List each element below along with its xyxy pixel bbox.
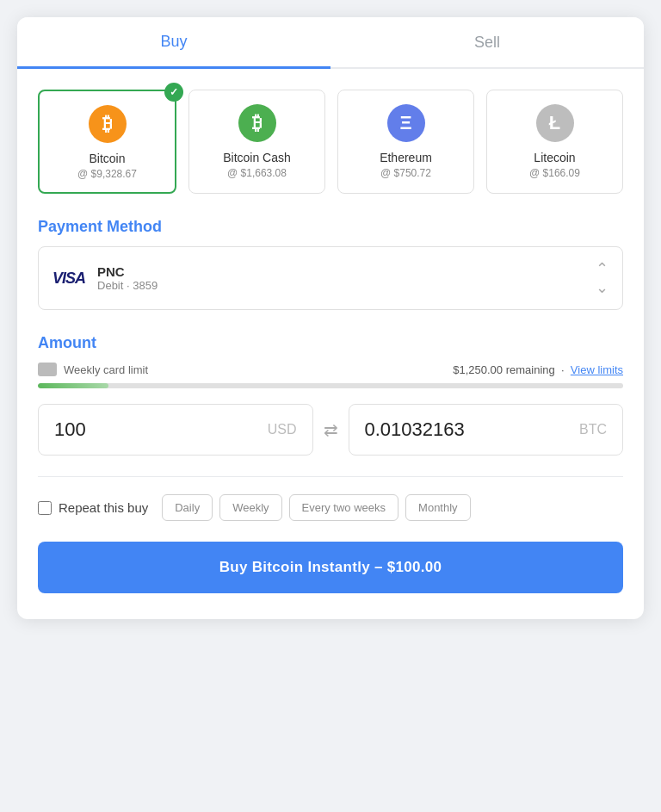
repeat-biweekly-btn[interactable]: Every two weeks (289, 494, 399, 521)
repeat-check-label[interactable]: Repeat this buy (38, 500, 148, 515)
payment-method-title: Payment Method (38, 218, 623, 236)
main-card: Buy Sell ✓ ₿ Bitcoin @ $9,328.67 ₿ Bitco… (17, 17, 644, 619)
ltc-price: @ $166.09 (496, 167, 614, 179)
crypto-selector: ✓ ₿ Bitcoin @ $9,328.67 ₿ Bitcoin Cash @… (38, 90, 623, 194)
btc-price: @ $9,328.67 (48, 168, 166, 180)
buy-button[interactable]: Buy Bitcoin Instantly – $100.00 (38, 542, 623, 593)
repeat-daily-btn[interactable]: Daily (162, 494, 213, 521)
view-limits-link[interactable]: View limits (571, 363, 623, 376)
content-area: ✓ ₿ Bitcoin @ $9,328.67 ₿ Bitcoin Cash @… (17, 69, 644, 619)
divider (38, 476, 623, 477)
card-detail: Debit · 3859 (97, 279, 158, 292)
tab-sell[interactable]: Sell (330, 17, 644, 67)
btc-amount-box[interactable]: 0.01032163 BTC (349, 404, 624, 456)
payment-method-selector[interactable]: VISA PNC Debit · 3859 ⌃⌄ (38, 246, 623, 310)
amount-title: Amount (38, 334, 623, 352)
limit-row: Weekly card limit $1,250.00 remaining · … (38, 363, 623, 376)
card-limit-icon (38, 363, 57, 376)
ltc-name: Litecoin (496, 151, 614, 164)
crypto-card-ltc[interactable]: Ł Litecoin @ $166.09 (486, 90, 623, 194)
repeat-weekly-btn[interactable]: Weekly (219, 494, 281, 521)
eth-icon: Ξ (387, 104, 425, 142)
usd-amount-box[interactable]: 100 USD (38, 404, 313, 456)
remaining-text: $1,250.00 remaining (453, 363, 555, 376)
btc-icon: ₿ (89, 105, 127, 143)
tab-buy[interactable]: Buy (17, 17, 330, 69)
limit-left: Weekly card limit (38, 363, 148, 376)
bch-price: @ $1,663.08 (198, 167, 316, 179)
tabs-container: Buy Sell (17, 17, 644, 69)
amount-inputs: 100 USD ⇄ 0.01032163 BTC (38, 404, 623, 456)
btc-name: Bitcoin (48, 152, 166, 165)
btc-value: 0.01032163 (365, 418, 465, 441)
visa-logo: VISA (53, 270, 85, 288)
repeat-monthly-btn[interactable]: Monthly (405, 494, 471, 521)
payment-info: PNC Debit · 3859 (97, 264, 158, 292)
progress-bar (38, 383, 623, 388)
crypto-card-btc[interactable]: ✓ ₿ Bitcoin @ $9,328.67 (38, 90, 176, 194)
swap-icon[interactable]: ⇄ (324, 419, 338, 440)
crypto-card-bch[interactable]: ₿ Bitcoin Cash @ $1,663.08 (188, 90, 325, 194)
repeat-options: Daily Weekly Every two weeks Monthly (162, 494, 470, 521)
btc-currency: BTC (579, 422, 607, 437)
bank-name: PNC (97, 264, 158, 279)
selected-check-icon: ✓ (164, 83, 183, 102)
bch-icon: ₿ (238, 104, 276, 142)
limit-label: Weekly card limit (64, 363, 148, 376)
repeat-checkbox[interactable] (38, 501, 52, 515)
eth-name: Ethereum (347, 151, 465, 164)
usd-value: 100 (54, 418, 86, 441)
repeat-label: Repeat this buy (59, 500, 148, 515)
limit-right: $1,250.00 remaining · View limits (453, 363, 623, 376)
repeat-row: Repeat this buy Daily Weekly Every two w… (38, 494, 623, 521)
eth-price: @ $750.72 (347, 167, 465, 179)
bch-name: Bitcoin Cash (198, 151, 316, 164)
usd-currency: USD (268, 422, 297, 437)
progress-fill (38, 383, 108, 388)
payment-left: VISA PNC Debit · 3859 (53, 264, 158, 292)
crypto-card-eth[interactable]: Ξ Ethereum @ $750.72 (337, 90, 474, 194)
chevron-updown-icon: ⌃⌄ (596, 259, 608, 297)
ltc-icon: Ł (536, 104, 574, 142)
